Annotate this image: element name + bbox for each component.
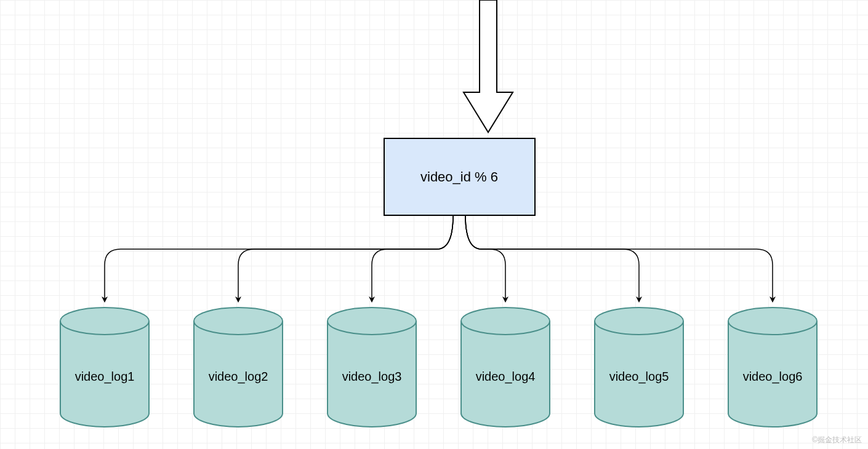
cylinder-1-label: video_log1 xyxy=(75,370,135,384)
cylinder-5-label: video_log5 xyxy=(609,370,669,384)
cylinder-6-label: video_log6 xyxy=(743,370,803,384)
cylinder-2: video_log2 xyxy=(194,308,283,427)
watermark: ©掘金技术社区 xyxy=(812,435,862,445)
svg-point-6 xyxy=(728,308,817,335)
svg-point-2 xyxy=(194,308,283,335)
cylinder-1: video_log1 xyxy=(60,308,149,427)
cylinder-4-label: video_log4 xyxy=(476,370,536,384)
svg-point-4 xyxy=(461,308,550,335)
cylinder-3-label: video_log3 xyxy=(342,370,402,384)
svg-point-5 xyxy=(595,308,683,335)
diagram-canvas: video_id % 6 video_log1 video_log2 video… xyxy=(0,0,868,449)
svg-point-1 xyxy=(60,308,149,335)
router-label: video_id % 6 xyxy=(420,169,498,185)
router-box: video_id % 6 xyxy=(384,138,535,215)
cylinder-3: video_log3 xyxy=(328,308,416,427)
cylinder-2-label: video_log2 xyxy=(209,370,268,384)
connectors xyxy=(105,215,773,301)
cylinder-6: video_log6 xyxy=(728,308,817,427)
cylinder-5: video_log5 xyxy=(595,308,683,427)
cylinder-4: video_log4 xyxy=(461,308,550,427)
svg-point-3 xyxy=(328,308,416,335)
input-arrow-icon xyxy=(464,0,513,132)
